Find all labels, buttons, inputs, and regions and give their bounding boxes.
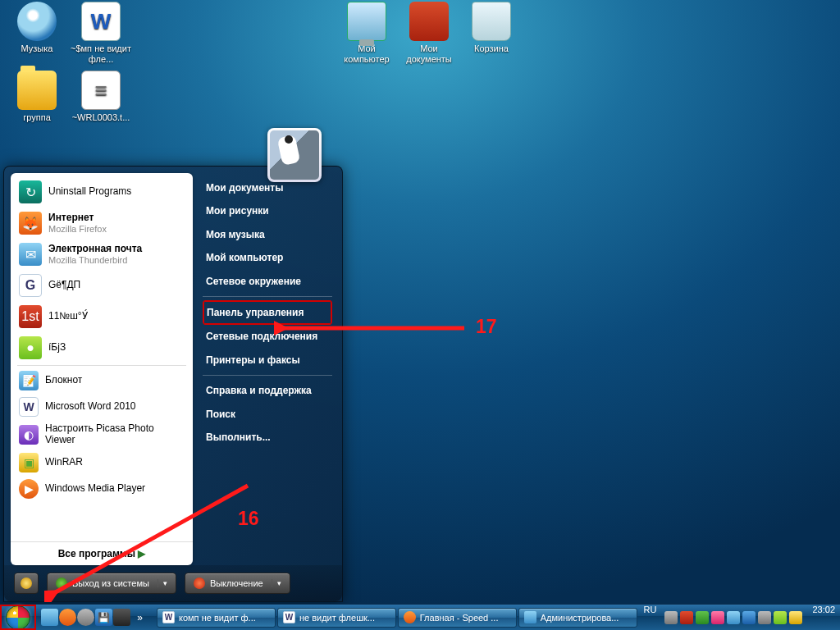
recent-notepad[interactable]: 📝 Блокнот [12,368,191,394]
pinned-label: Электронная почта [48,244,142,255]
arrow-17 [274,318,471,338]
computer-icon [347,2,386,41]
right-item-help[interactable]: Справка и поддержка [203,379,332,402]
separator [17,365,186,366]
orb-green-icon: ● [19,336,42,359]
folder-icon [17,71,57,110]
ql-expand-icon[interactable]: » [131,609,148,626]
cd-icon [17,2,57,41]
chevron-down-icon[interactable]: ▾ [272,579,281,587]
desktop-icon-label: ~WRL0003.t... [71,112,131,123]
tray-icon[interactable] [711,611,724,624]
desktop-icon-music[interactable]: Музыка [7,2,67,54]
arrow-16 [44,479,258,602]
pinned-gdp[interactable]: G Gë¶ДП [12,270,191,301]
desktop-icon-label: Музыка [7,43,67,54]
desktop-icon-bin[interactable]: Корзина [461,2,522,54]
right-item-run[interactable]: Выполнить... [203,426,332,449]
pinned-ibj3[interactable]: ● íБjЗ [12,332,191,363]
recent-picasa[interactable]: ◐ Настроить Picasa Photo Viewer [12,420,191,450]
recent-word[interactable]: W Microsoft Word 2010 [12,394,191,420]
taskbar: 💾 » Wкомп не видит ф... Wне видит флешк.… [0,604,840,630]
separator [203,296,332,297]
desktop-icon-label: Корзина [461,43,522,54]
g-icon: G [19,274,42,297]
right-item-printers[interactable]: Принтеры и факсы [203,349,332,372]
tray-icon[interactable] [727,611,740,624]
task-label: не видит флешк... [299,613,375,623]
right-item-mymusic[interactable]: Моя музыка [203,223,332,246]
tray-icon[interactable] [774,611,787,624]
desktop-icon-mycomputer[interactable]: Мой компьютер [336,2,397,64]
lock-button[interactable] [14,573,39,594]
pinned-11st[interactable]: 1st 11№ш°У́ [12,301,191,332]
windows-orb-icon [6,605,30,630]
settings-icon [524,611,536,623]
user-avatar[interactable] [267,128,322,182]
word-icon: W [283,611,295,623]
pinned-uninstall[interactable]: ↻ Uninstall Programs [12,176,191,208]
tray-icon[interactable] [664,611,678,624]
task-label: комп не видит ф... [179,613,256,623]
desktop-icon-label: ~$мп не видит фле... [71,43,131,64]
thunderbird-icon: ✉ [19,243,42,266]
pinned-email[interactable]: ✉ Электронная почта Mozilla Thunderbird [12,239,191,270]
firefox-icon [404,611,416,623]
pinned-sublabel: Mozilla Thunderbird [48,255,142,266]
separator [203,375,332,376]
tray-icon[interactable] [680,611,693,624]
desktop-icon-label: группа [7,112,67,123]
taskbar-tasks: Wкомп не видит ф... Wне видит флешк... Г… [153,605,641,630]
start-button[interactable] [0,605,36,630]
quick-launch: 💾 » [36,605,153,630]
uninstall-icon: ↻ [19,180,42,203]
right-item-network[interactable]: Сетевое окружение [203,270,332,293]
desktop-icon-mydocs[interactable]: Мои документы [399,2,459,64]
recycle-bin-icon [472,2,511,41]
task-word-1[interactable]: Wкомп не видит ф... [157,608,276,628]
ql-save[interactable]: 💾 [95,609,112,626]
lock-icon [21,578,32,589]
wmp-icon: ▶ [19,479,39,499]
right-item-mypics[interactable]: Мои рисунки [203,199,332,222]
desktop-icon-wrl[interactable]: ≡ ~WRL0003.t... [71,71,131,123]
picasa-icon: ◐ [19,425,39,445]
file-icon: ≡ [81,71,121,110]
ql-firefox[interactable] [59,609,76,626]
language-indicator[interactable]: RU [641,605,660,630]
desktop-icon-smp[interactable]: W ~$мп не видит фле... [71,2,131,64]
ql-show-desktop[interactable] [41,609,58,626]
task-firefox[interactable]: Главная - Speed ... [398,608,517,628]
task-admin[interactable]: Администрирова... [518,608,637,628]
recent-label: WinRAR [45,457,83,468]
pinned-label: 11№ш°У́ [48,311,88,322]
desktop-icon-group[interactable]: группа [7,71,67,123]
right-item-search[interactable]: Поиск [203,403,332,426]
desktop-icon-label: Мой компьютер [336,43,397,64]
pinned-label: íБjЗ [48,342,66,354]
right-item-mycomputer[interactable]: Мой компьютер [203,246,332,269]
pinned-sublabel: Mozilla Firefox [48,224,107,235]
pinned-label: Gë¶ДП [48,280,80,291]
taskbar-clock[interactable]: 23:02 [807,605,840,630]
tray-icon[interactable] [696,611,709,624]
word-icon: W [81,2,121,41]
first-icon: 1st [19,305,42,328]
pinned-internet[interactable]: 🦊 Интернет Mozilla Firefox [12,208,191,239]
word-icon: W [162,611,175,623]
tray-icon[interactable] [789,611,802,624]
task-word-2[interactable]: Wне видит флешк... [277,608,396,628]
documents-icon [409,2,449,41]
recent-winrar[interactable]: ▣ WinRAR [12,450,191,476]
winrar-icon: ▣ [19,453,39,472]
pinned-label: Uninstall Programs [48,186,131,198]
firefox-icon: 🦊 [19,212,42,235]
tray-network-icon[interactable] [742,611,756,624]
ql-terminal[interactable] [113,609,130,626]
desktop-icon-label: Мои документы [399,43,459,64]
tray-volume-icon[interactable] [758,611,771,624]
ql-chrome[interactable] [77,609,94,626]
system-tray [660,605,807,630]
recent-label: Microsoft Word 2010 [45,401,136,413]
recent-label: Блокнот [45,375,82,386]
